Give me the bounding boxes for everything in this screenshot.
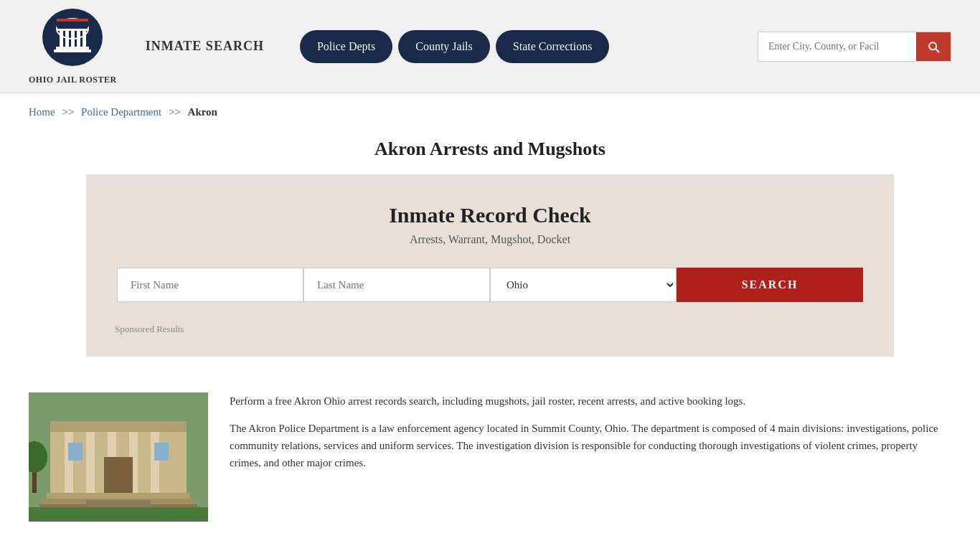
content-para2: The Akron Police Department is a law enf… (230, 420, 951, 471)
inmate-search-button[interactable]: SEARCH (677, 268, 863, 302)
content-para1: Perform a free Akron Ohio arrest records… (230, 392, 951, 410)
svg-rect-3 (60, 31, 63, 47)
record-check-subtitle: Arrests, Warrant, Mugshot, Docket (115, 233, 865, 246)
svg-rect-14 (50, 421, 187, 432)
breadcrumb-current: Akron (188, 106, 217, 118)
nav-state-corrections[interactable]: State Corrections (496, 30, 610, 63)
svg-rect-9 (54, 50, 91, 52)
akron-building-image (29, 392, 208, 522)
header: Ohio Jail Roster INMATE SEARCH Police De… (0, 0, 980, 93)
state-select[interactable]: AlabamaAlaskaArizonaArkansasCaliforniaCo… (490, 268, 677, 302)
svg-rect-7 (83, 31, 86, 47)
sponsored-label: Sponsored Results (115, 316, 865, 335)
logo-text: Ohio Jail Roster (29, 75, 117, 85)
search-icon (926, 39, 941, 54)
building-svg (29, 392, 208, 522)
svg-rect-8 (56, 47, 89, 50)
svg-rect-19 (151, 432, 159, 493)
nav-police-depts[interactable]: Police Depts (300, 30, 392, 63)
record-check-title: Inmate Record Check (115, 203, 865, 227)
breadcrumb-dept[interactable]: Police Department (81, 106, 161, 118)
page-title: Akron Arrests and Mugshots (29, 138, 951, 160)
content-text: Perform a free Akron Ohio arrest records… (230, 392, 951, 481)
page-title-section: Akron Arrests and Mugshots (0, 131, 980, 174)
site-title: INMATE SEARCH (146, 39, 264, 54)
content-section: Perform a free Akron Ohio arrest records… (0, 378, 980, 536)
svg-rect-4 (65, 31, 69, 47)
header-search-input[interactable] (758, 34, 916, 60)
svg-rect-25 (154, 443, 169, 461)
svg-rect-11 (57, 22, 88, 27)
last-name-input[interactable] (303, 268, 490, 302)
breadcrumb: Home >> Police Department >> Akron (0, 93, 980, 131)
header-search (758, 32, 951, 62)
svg-rect-29 (29, 507, 208, 522)
svg-rect-20 (47, 493, 190, 499)
logo-icon (40, 7, 105, 72)
breadcrumb-sep2: >> (169, 106, 181, 118)
svg-rect-5 (71, 31, 75, 47)
inmate-search-form: AlabamaAlaskaArizonaArkansasCaliforniaCo… (115, 268, 865, 302)
svg-rect-10 (57, 19, 88, 22)
svg-rect-23 (104, 457, 133, 493)
svg-rect-16 (86, 432, 95, 493)
svg-rect-6 (77, 31, 80, 47)
breadcrumb-home[interactable]: Home (29, 106, 55, 118)
svg-rect-24 (68, 443, 83, 461)
logo-link[interactable]: Ohio Jail Roster (29, 7, 117, 85)
nav-county-jails[interactable]: County Jails (398, 30, 490, 63)
breadcrumb-sep1: >> (62, 106, 74, 118)
record-check-box: Inmate Record Check Arrests, Warrant, Mu… (86, 174, 894, 357)
svg-rect-2 (57, 29, 88, 31)
svg-rect-15 (65, 432, 73, 493)
first-name-input[interactable] (117, 268, 303, 302)
main-nav: Police Depts County Jails State Correcti… (300, 30, 610, 63)
header-search-button[interactable] (916, 32, 951, 61)
